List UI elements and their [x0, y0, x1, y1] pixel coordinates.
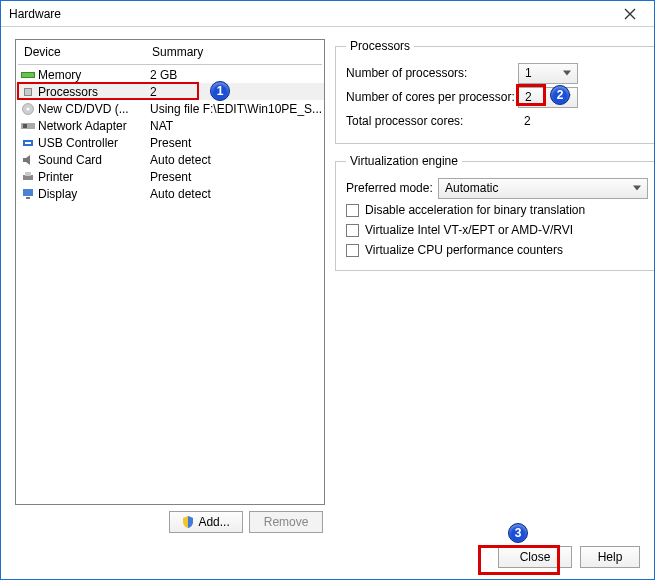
svg-rect-13	[23, 189, 33, 196]
svg-rect-1	[22, 73, 34, 77]
shield-icon	[182, 516, 194, 528]
preferred-mode-label: Preferred mode:	[346, 181, 438, 195]
settings-pane: Processors Number of processors: 1 Numbe…	[335, 39, 654, 533]
device-row-cddvd[interactable]: New CD/DVD (... Using file F:\EDIT\Win10…	[16, 100, 324, 117]
display-icon	[20, 187, 36, 201]
svg-rect-12	[25, 172, 31, 176]
processors-group: Processors Number of processors: 1 Numbe…	[335, 39, 654, 144]
svg-rect-14	[26, 197, 30, 199]
close-button[interactable]: Close	[498, 546, 572, 568]
nic-icon	[20, 119, 36, 133]
remove-button-label: Remove	[264, 515, 309, 529]
dialog-footer: 3 Close Help	[1, 541, 654, 579]
virtualization-legend: Virtualization engine	[346, 154, 462, 168]
num-processors-combo[interactable]: 1	[518, 63, 578, 84]
disable-accel-label: Disable acceleration for binary translat…	[365, 203, 585, 217]
disable-accel-checkbox[interactable]	[346, 204, 359, 217]
remove-button: Remove	[249, 511, 323, 533]
num-processors-label: Number of processors:	[346, 66, 518, 80]
device-row-display[interactable]: Display Auto detect	[16, 185, 324, 202]
memory-icon	[20, 68, 36, 82]
device-row-printer[interactable]: Printer Present	[16, 168, 324, 185]
add-button-label: Add...	[198, 515, 229, 529]
help-button-label: Help	[598, 550, 623, 564]
titlebar: Hardware	[1, 1, 654, 27]
virtualize-perf-label: Virtualize CPU performance counters	[365, 243, 563, 257]
total-cores-label: Total processor cores:	[346, 114, 518, 128]
close-button-label: Close	[520, 550, 551, 564]
add-button[interactable]: Add...	[169, 511, 243, 533]
processors-legend: Processors	[346, 39, 414, 53]
device-row-sound[interactable]: Sound Card Auto detect	[16, 151, 324, 168]
virtualize-perf-checkbox[interactable]	[346, 244, 359, 257]
window-close-button[interactable]	[612, 4, 648, 24]
printer-icon	[20, 170, 36, 184]
disc-icon	[20, 102, 36, 116]
virtualization-group: Virtualization engine Preferred mode: Au…	[335, 154, 654, 271]
virtualize-vtx-checkbox[interactable]	[346, 224, 359, 237]
cores-per-proc-label: Number of cores per processor:	[346, 90, 518, 104]
help-button[interactable]: Help	[580, 546, 640, 568]
column-summary: Summary	[152, 45, 320, 59]
sound-icon	[20, 153, 36, 167]
dialog-body: Device Summary Memory 2 GB Processors 2	[1, 27, 654, 541]
device-row-network[interactable]: Network Adapter NAT	[16, 117, 324, 134]
device-row-usb[interactable]: USB Controller Present	[16, 134, 324, 151]
device-pane: Device Summary Memory 2 GB Processors 2	[15, 39, 325, 533]
svg-marker-10	[23, 155, 30, 165]
total-cores-value: 2	[518, 114, 648, 128]
preferred-mode-combo[interactable]: Automatic	[438, 178, 648, 199]
svg-point-5	[27, 107, 30, 110]
column-device: Device	[20, 45, 152, 59]
cpu-icon	[20, 85, 36, 99]
usb-icon	[20, 136, 36, 150]
svg-rect-3	[25, 89, 31, 95]
virtualize-vtx-label: Virtualize Intel VT-x/EPT or AMD-V/RVI	[365, 223, 573, 237]
svg-rect-9	[25, 142, 31, 144]
hardware-dialog: Hardware Device Summary Memory 2 GB	[0, 0, 655, 580]
device-list-header: Device Summary	[16, 40, 324, 64]
device-row-processors[interactable]: Processors 2	[16, 83, 324, 100]
device-list[interactable]: Device Summary Memory 2 GB Processors 2	[15, 39, 325, 505]
svg-rect-7	[23, 124, 27, 128]
device-buttons: Add... Remove	[15, 505, 325, 533]
device-row-memory[interactable]: Memory 2 GB	[16, 66, 324, 83]
cores-per-proc-combo[interactable]: 2	[518, 87, 578, 108]
window-title: Hardware	[9, 7, 612, 21]
